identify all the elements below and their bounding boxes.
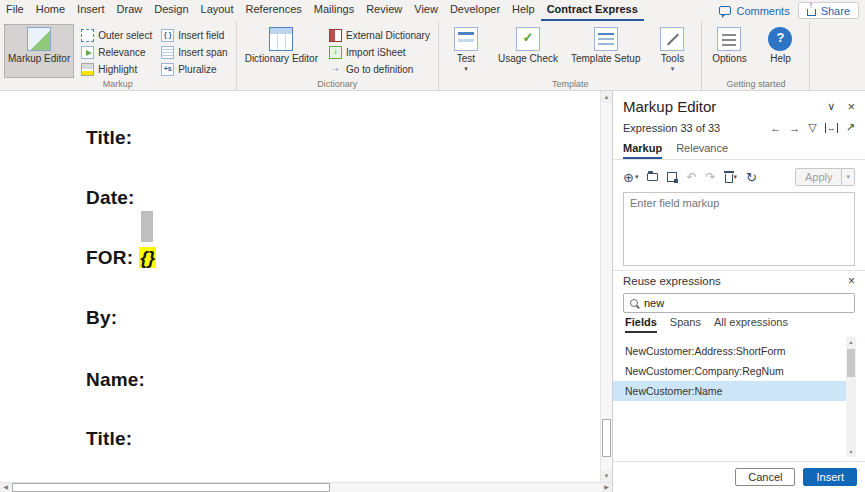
tab-relevance[interactable]: Relevance <box>676 142 728 159</box>
ribbon-group-dictionary: Dictionary Editor External Dictionary Im… <box>237 21 439 90</box>
list-scroll-down-button[interactable]: ▼ <box>846 447 856 457</box>
add-expression-button[interactable]: ⊕ ▾ <box>623 171 638 184</box>
go-to-definition-label: Go to definition <box>346 64 413 75</box>
apply-dropdown-caret-icon[interactable]: ▾ <box>842 168 855 186</box>
relevance-button[interactable]: Relevance <box>79 45 154 60</box>
insert-span-button[interactable]: Insert span <box>159 45 229 60</box>
usage-check-button[interactable]: Usage Check <box>494 24 562 78</box>
outer-select-button[interactable]: Outer select <box>79 28 154 43</box>
tab-all-expressions[interactable]: All expressions <box>714 316 788 333</box>
reuse-close-icon[interactable]: × <box>848 274 855 288</box>
document-horizontal-scrollbar[interactable]: ◀ ▶ <box>0 482 612 492</box>
tab-contract-express[interactable]: Contract Express <box>541 0 644 21</box>
list-item-selected[interactable]: NewCustomer:Name <box>613 381 846 401</box>
redo-icon[interactable]: ↷ <box>705 170 715 184</box>
outer-select-icon <box>81 29 94 42</box>
tab-developer[interactable]: Developer <box>444 0 506 21</box>
tab-design[interactable]: Design <box>148 0 194 21</box>
scroll-right-button[interactable]: ▶ <box>601 483 612 492</box>
tools-button[interactable]: Tools ▾ <box>649 24 695 78</box>
undo-icon[interactable]: ↶ <box>686 170 696 184</box>
tab-review[interactable]: Review <box>360 0 408 21</box>
tab-fields[interactable]: Fields <box>625 316 657 333</box>
share-icon <box>807 9 816 16</box>
select-in-document-icon[interactable] <box>667 172 677 182</box>
horizontal-scrollbar-thumb[interactable] <box>12 483 330 492</box>
previous-expression-icon[interactable]: ← <box>770 122 781 134</box>
tab-mailings[interactable]: Mailings <box>308 0 360 21</box>
tab-help[interactable]: Help <box>506 0 541 21</box>
go-to-definition-button[interactable]: Go to definition <box>327 62 432 77</box>
cancel-button[interactable]: Cancel <box>735 468 795 486</box>
vertical-scrollbar-thumb[interactable] <box>602 419 611 457</box>
pane-title: Markup Editor <box>623 98 716 115</box>
help-button[interactable]: Help <box>757 24 803 78</box>
scroll-up-button[interactable]: ▲ <box>601 91 612 103</box>
tab-layout[interactable]: Layout <box>195 0 240 21</box>
markup-field[interactable]: {} <box>139 247 156 268</box>
scroll-down-button[interactable]: ▼ <box>601 470 612 482</box>
reset-icon[interactable]: ↻ <box>746 171 757 184</box>
add-dropdown-caret-icon: ▾ <box>635 173 639 181</box>
list-item[interactable]: NewCustomer:Address:ShortForm <box>613 341 846 361</box>
insert-field-button[interactable]: Insert field <box>159 28 229 43</box>
tab-references[interactable]: References <box>240 0 308 21</box>
document-line: Title: <box>86 428 132 450</box>
markup-small-column-2: Insert field Insert span Pluralize <box>159 24 229 78</box>
options-icon <box>717 27 741 51</box>
import-isheet-button[interactable]: Import iSheet <box>327 45 432 60</box>
external-dictionary-button[interactable]: External Dictionary <box>327 28 432 43</box>
document-canvas[interactable]: Title: Date: FOR:{} By: Name: Title: <box>0 91 600 482</box>
list-scroll-up-button[interactable]: ▲ <box>846 337 856 347</box>
apply-button[interactable]: Apply <box>795 168 843 186</box>
apply-split-button: Apply ▾ <box>795 168 855 186</box>
markup-editor-button[interactable]: Markup Editor <box>4 24 74 78</box>
share-button[interactable]: Share <box>798 2 859 19</box>
chevron-down-icon[interactable]: ∨ <box>827 100 835 113</box>
options-button[interactable]: Options <box>706 24 752 78</box>
help-label: Help <box>770 53 791 64</box>
field-markup-input[interactable] <box>623 192 855 266</box>
tab-file[interactable]: File <box>0 0 30 21</box>
insert-field-icon <box>161 29 174 42</box>
tab-insert[interactable]: Insert <box>71 0 111 21</box>
pane-footer: Cancel Insert <box>613 461 865 492</box>
close-icon[interactable]: × <box>847 99 855 114</box>
highlight-button[interactable]: Highlight <box>79 62 154 77</box>
document-text: Date: <box>86 187 135 208</box>
tab-view[interactable]: View <box>408 0 444 21</box>
delete-expression-button[interactable]: ▾ <box>725 171 738 183</box>
template-setup-label: Template Setup <box>571 53 641 64</box>
fit-width-icon[interactable]: ↔ <box>825 123 838 133</box>
test-button[interactable]: Test ▾ <box>443 24 489 78</box>
scroll-left-button[interactable]: ◀ <box>0 483 11 492</box>
open-expression-icon[interactable] <box>647 173 658 181</box>
document-text: Title: <box>86 127 132 148</box>
tab-markup[interactable]: Markup <box>623 142 662 159</box>
pane-tabs: Markup Relevance <box>623 142 728 159</box>
import-isheet-label: Import iSheet <box>346 47 405 58</box>
insert-button[interactable]: Insert <box>803 468 857 486</box>
share-label: Share <box>821 5 850 17</box>
next-expression-icon[interactable]: → <box>789 122 800 134</box>
search-input[interactable] <box>644 297 848 309</box>
tab-spans[interactable]: Spans <box>670 316 701 333</box>
highlight-icon <box>81 63 94 76</box>
delete-dropdown-caret-icon: ▾ <box>734 173 738 181</box>
comments-button[interactable]: Comments <box>719 5 789 17</box>
document-text: By: <box>86 307 117 328</box>
dictionary-editor-button[interactable]: Dictionary Editor <box>241 24 322 78</box>
document-vertical-scrollbar[interactable]: ▲ ▼ <box>600 91 612 482</box>
ribbon-group-markup: Markup Editor Outer select Relevance Hig… <box>0 21 237 90</box>
filter-icon[interactable]: ▽ <box>808 121 816 134</box>
list-scrollbar[interactable]: ▲ ▼ <box>846 337 856 457</box>
tab-home[interactable]: Home <box>30 0 71 21</box>
template-setup-button[interactable]: Template Setup <box>567 24 645 78</box>
tab-draw[interactable]: Draw <box>111 0 149 21</box>
popout-icon[interactable]: ↗ <box>846 121 855 134</box>
reuse-search-box[interactable] <box>623 293 855 313</box>
pluralize-button[interactable]: Pluralize <box>159 62 229 77</box>
import-isheet-icon <box>329 46 342 59</box>
list-scrollbar-thumb[interactable] <box>847 349 855 377</box>
list-item[interactable]: NewCustomer:Company:RegNum <box>613 361 846 381</box>
